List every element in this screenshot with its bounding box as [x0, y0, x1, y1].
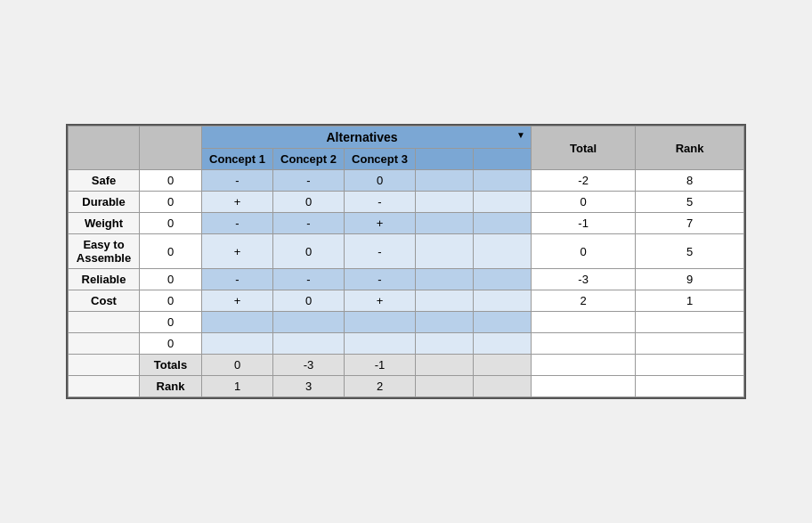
- rank-label-cell: Rank: [140, 376, 202, 397]
- c2-cell: -: [273, 213, 345, 234]
- rank-cell: 5: [636, 234, 744, 269]
- total-cell: -3: [532, 269, 636, 290]
- total-cell: -1: [532, 213, 636, 234]
- empty-cell-1: [416, 290, 474, 312]
- rank-c3: 2: [345, 376, 416, 397]
- c2-cell: 0: [273, 290, 345, 312]
- empty-criteria: [69, 312, 140, 333]
- table-row: Weight 0 - - + -1 7: [69, 213, 744, 234]
- total-label: Total: [570, 142, 597, 155]
- empty-cell-1: [416, 269, 474, 290]
- baseline-cell: 0: [140, 290, 202, 312]
- baseline-cell: 0: [140, 170, 202, 192]
- concept2-header: Concept 2: [273, 149, 345, 170]
- rank-cell: 1: [636, 290, 744, 312]
- totals-row: Totals 0 -3 -1: [69, 355, 744, 376]
- baseline-header: [140, 127, 202, 170]
- rank-cell: 9: [636, 269, 744, 290]
- baseline-cell: 0: [140, 213, 202, 234]
- c1-cell: +: [202, 192, 273, 213]
- criteria-cell: Easy to Assemble: [69, 234, 140, 269]
- rank-c1: 1: [202, 376, 273, 397]
- empty-header-2: [474, 149, 532, 170]
- alternatives-label: Alternatives: [326, 130, 397, 144]
- c2-cell: -: [273, 269, 345, 290]
- table-row: Cost 0 + 0 + 2 1: [69, 290, 744, 312]
- table-row: Reliable 0 - - - -3 9: [69, 269, 744, 290]
- dropdown-icon[interactable]: ▼: [516, 130, 525, 140]
- c3-cell: 0: [345, 170, 416, 192]
- c3-cell: -: [345, 269, 416, 290]
- c2-cell: 0: [273, 192, 345, 213]
- c3-cell: -: [345, 192, 416, 213]
- c2-cell: 0: [273, 234, 345, 269]
- baseline-cell: 0: [140, 269, 202, 290]
- table-row: Durable 0 + 0 - 0 5: [69, 192, 744, 213]
- totals-empty-criteria: [69, 355, 140, 376]
- rank-row: Rank 1 3 2: [69, 376, 744, 397]
- empty-cell-1: [416, 192, 474, 213]
- total-cell: 0: [532, 192, 636, 213]
- baseline-cell: 0: [140, 192, 202, 213]
- criteria-cell: Reliable: [69, 269, 140, 290]
- totals-c3: -1: [345, 355, 416, 376]
- empty-criteria: [69, 333, 140, 355]
- c1-cell: -: [202, 170, 273, 192]
- criteria-cell: Weight: [69, 213, 140, 234]
- empty-cell-1: [416, 213, 474, 234]
- total-header: Total: [532, 127, 636, 170]
- criteria-cell: Safe: [69, 170, 140, 192]
- empty-cell-2: [474, 234, 532, 269]
- c3-cell: -: [345, 234, 416, 269]
- c1-cell: +: [202, 290, 273, 312]
- main-table-wrapper: Alternatives ▼ Total Rank Concept 1 Conc…: [66, 124, 746, 399]
- criteria-header: [69, 127, 140, 170]
- empty-row-2: 0: [69, 333, 744, 355]
- empty-cell-2: [474, 192, 532, 213]
- empty-cell-2: [474, 213, 532, 234]
- rank-cell: 5: [636, 192, 744, 213]
- empty-cell-2: [474, 170, 532, 192]
- table-row: Easy to Assemble 0 + 0 - 0 5: [69, 234, 744, 269]
- rank-cell: 7: [636, 213, 744, 234]
- total-cell: -2: [532, 170, 636, 192]
- c2-cell: -: [273, 170, 345, 192]
- rank-header: Rank: [636, 127, 744, 170]
- c1-cell: -: [202, 213, 273, 234]
- totals-label-cell: Totals: [140, 355, 202, 376]
- empty-cell-1: [416, 234, 474, 269]
- rank-c2: 3: [273, 376, 345, 397]
- empty-header-1: [416, 149, 474, 170]
- criteria-cell: Cost: [69, 290, 140, 312]
- empty-row-1: 0: [69, 312, 744, 333]
- rank-cell: 8: [636, 170, 744, 192]
- concept1-header: Concept 1: [202, 149, 273, 170]
- c1-cell: +: [202, 234, 273, 269]
- rank-label: Rank: [676, 142, 704, 155]
- rank-empty-criteria: [69, 376, 140, 397]
- totals-c2: -3: [273, 355, 345, 376]
- baseline-cell: 0: [140, 234, 202, 269]
- total-cell: 0: [532, 234, 636, 269]
- empty-cell-1: [416, 170, 474, 192]
- alternatives-header: Alternatives ▼: [202, 127, 532, 149]
- empty-baseline: 0: [140, 333, 202, 355]
- criteria-cell: Durable: [69, 192, 140, 213]
- empty-cell-2: [474, 290, 532, 312]
- c1-cell: -: [202, 269, 273, 290]
- concept3-header: Concept 3: [345, 149, 416, 170]
- c3-cell: +: [345, 213, 416, 234]
- empty-cell-2: [474, 269, 532, 290]
- table-row: Safe 0 - - 0 -2 8: [69, 170, 744, 192]
- empty-baseline: 0: [140, 312, 202, 333]
- comparison-table: Alternatives ▼ Total Rank Concept 1 Conc…: [68, 126, 744, 397]
- totals-c1: 0: [202, 355, 273, 376]
- c3-cell: +: [345, 290, 416, 312]
- total-cell: 2: [532, 290, 636, 312]
